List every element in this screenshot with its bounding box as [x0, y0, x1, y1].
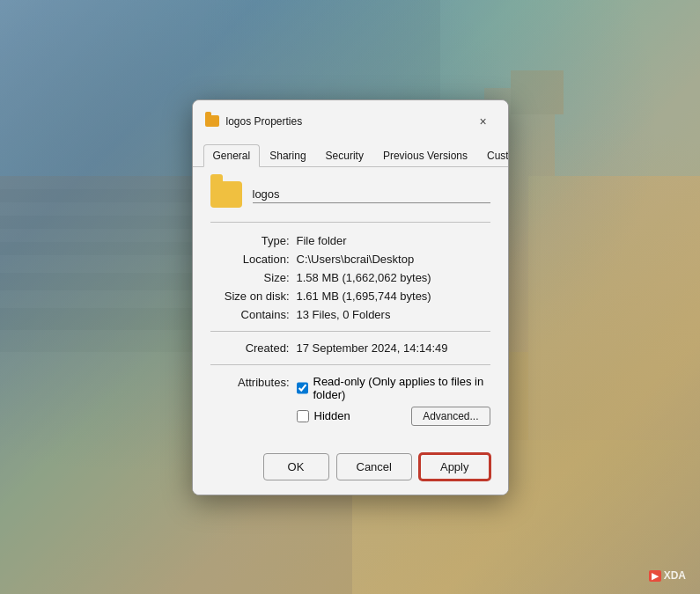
prop-label-contains: Contains: — [210, 308, 290, 321]
prop-row-size-disk: Size on disk: 1.61 MB (1,695,744 bytes) — [210, 287, 490, 305]
close-button[interactable]: × — [471, 109, 496, 134]
prop-value-location: C:\Users\bcrai\Desktop — [297, 253, 415, 266]
prop-row-location: Location: C:\Users\bcrai\Desktop — [210, 250, 490, 268]
prop-value-size: 1.58 MB (1,662,062 bytes) — [297, 271, 431, 284]
dialog-overlay: logos Properties × General Sharing Secur… — [0, 0, 700, 594]
tab-bar: General Sharing Security Previous Versio… — [193, 137, 508, 167]
prop-row-created: Created: 17 September 2024, 14:14:49 — [210, 339, 490, 357]
prop-label-created: Created: — [210, 341, 290, 355]
folder-name-row — [210, 181, 490, 208]
tab-sharing[interactable]: Sharing — [260, 144, 315, 166]
folder-name-input[interactable] — [253, 186, 490, 203]
ok-button[interactable]: OK — [263, 453, 329, 480]
xda-logo: ▶ — [649, 570, 661, 582]
prop-value-contains: 13 Files, 0 Folders — [297, 308, 391, 321]
dialog-titlebar: logos Properties × — [193, 100, 508, 134]
attr-options: Read-only (Only applies to files in fold… — [297, 375, 490, 426]
prop-label-type: Type: — [210, 234, 290, 247]
advanced-button[interactable]: Advanced... — [411, 407, 490, 426]
prop-row-type: Type: File folder — [210, 231, 490, 250]
readonly-row: Read-only (Only applies to files in fold… — [297, 375, 490, 401]
properties-table: Type: File folder Location: C:\Users\bcr… — [210, 231, 490, 324]
tab-customise[interactable]: Customise — [477, 144, 509, 166]
apply-button[interactable]: Apply — [419, 453, 490, 480]
prop-row-size: Size: 1.58 MB (1,662,062 bytes) — [210, 268, 490, 287]
tab-general[interactable]: General — [203, 144, 261, 167]
separator-1 — [210, 222, 490, 223]
properties-dialog: logos Properties × General Sharing Secur… — [192, 99, 509, 495]
dialog-title: logos Properties — [226, 115, 303, 128]
readonly-label: Read-only (Only applies to files in fold… — [313, 375, 490, 401]
cancel-button[interactable]: Cancel — [336, 453, 412, 480]
xda-watermark: ▶ XDA — [649, 569, 686, 582]
prop-value-type: File folder — [297, 234, 347, 247]
tab-previous-versions[interactable]: Previous Versions — [373, 144, 477, 166]
titlebar-folder-icon — [205, 115, 219, 127]
xda-brand: XDA — [664, 569, 686, 582]
hidden-checkbox[interactable] — [297, 410, 309, 422]
prop-row-contains: Contains: 13 Files, 0 Folders — [210, 305, 490, 324]
folder-icon-large — [210, 181, 242, 208]
attributes-row: Attributes: Read-only (Only applies to f… — [210, 372, 490, 429]
prop-value-created: 17 September 2024, 14:14:49 — [297, 341, 448, 355]
attr-label: Attributes: — [210, 375, 290, 389]
prop-label-size: Size: — [210, 271, 290, 284]
dialog-footer: OK Cancel Apply — [193, 443, 508, 495]
hidden-label: Hidden — [314, 409, 350, 422]
separator-2 — [210, 331, 490, 332]
titlebar-left: logos Properties — [205, 115, 303, 128]
readonly-checkbox[interactable] — [297, 382, 308, 394]
separator-3 — [210, 364, 490, 365]
hidden-row: Hidden — [297, 409, 350, 422]
prop-label-size-disk: Size on disk: — [210, 290, 290, 303]
dialog-content: Type: File folder Location: C:\Users\bcr… — [193, 167, 508, 443]
prop-label-location: Location: — [210, 253, 290, 266]
tab-security[interactable]: Security — [316, 144, 373, 166]
prop-value-size-disk: 1.61 MB (1,695,744 bytes) — [297, 290, 431, 303]
